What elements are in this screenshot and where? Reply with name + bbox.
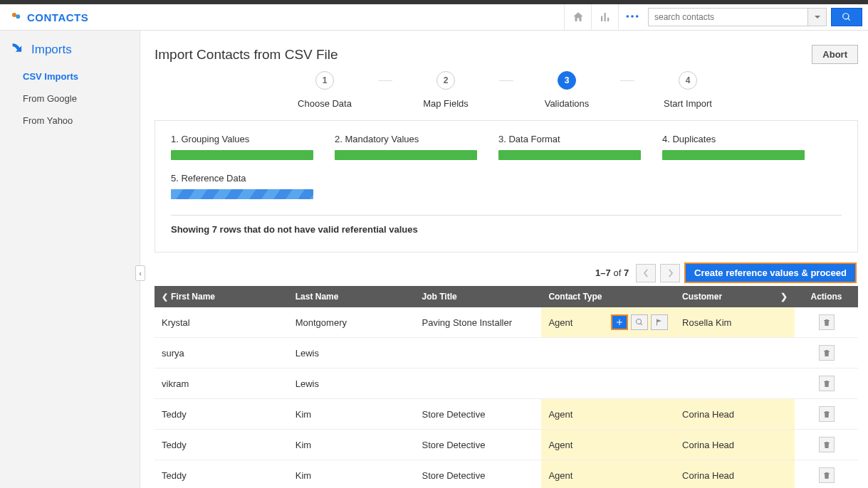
svg-point-1	[16, 14, 20, 18]
table-cell: surya	[155, 338, 288, 368]
column-header[interactable]: ❮First Name	[155, 286, 288, 307]
table-cell	[675, 368, 795, 399]
validation-step-label: 5. Reference Data	[171, 173, 313, 184]
table-cell: Agent	[541, 460, 675, 489]
wizard-steps: 1Choose Data2Map Fields3Validations4Star…	[271, 71, 741, 109]
table-cell	[541, 368, 675, 399]
table-row: suryaLewis	[155, 338, 858, 368]
svg-point-4	[635, 15, 638, 18]
column-header[interactable]: Job Title	[415, 286, 542, 307]
pager-range: 1–7 of 7	[595, 267, 629, 278]
table-cell: Paving Stone Installer	[415, 307, 542, 338]
table-cell	[541, 338, 675, 368]
wizard-step-3[interactable]: 3Validations	[513, 71, 620, 109]
table-cell: Teddy	[155, 399, 288, 430]
lookup-reference-button[interactable]	[631, 314, 648, 330]
app-name: CONTACTS	[27, 11, 88, 23]
wizard-step-label: Start Import	[664, 98, 712, 109]
svg-point-2	[626, 15, 629, 18]
validation-step-label: 1. Grouping Values	[171, 134, 313, 144]
table-cell: Corina Head	[675, 430, 795, 460]
svg-point-3	[631, 15, 634, 18]
main-content: Import Contacts from CSV File Abort 1Cho…	[140, 31, 868, 488]
column-header[interactable]: Customer❯	[675, 286, 795, 307]
contact-type-cell: Agent	[541, 307, 675, 338]
app-logo[interactable]: CONTACTS	[10, 11, 88, 23]
delete-row-button[interactable]	[819, 467, 835, 483]
table-cell: Kim	[288, 430, 415, 460]
wizard-step-number: 1	[315, 71, 334, 90]
delete-row-button[interactable]	[819, 406, 835, 422]
search-scope-dropdown[interactable]	[808, 8, 827, 26]
wizard-step-label: Map Fields	[423, 98, 469, 109]
table-row: TeddyKimStore DetectiveAgentCorina Head	[155, 460, 858, 489]
table-cell	[675, 338, 795, 368]
table-cell: Store Detective	[415, 399, 542, 430]
validation-step: 4. Duplicates	[662, 134, 805, 160]
wizard-step-2[interactable]: 2Map Fields	[392, 71, 499, 109]
table-cell: Rosella Kim	[675, 307, 795, 338]
pager-next[interactable]	[660, 264, 680, 282]
sidebar-title-text: Imports	[31, 43, 72, 57]
table-row: vikramLewis	[155, 368, 858, 399]
table-cell: Corina Head	[675, 399, 795, 430]
wizard-step-number: 2	[436, 71, 455, 90]
delete-row-button[interactable]	[819, 314, 835, 330]
table-cell: Agent	[541, 430, 675, 460]
chevron-right-icon: ❯	[780, 292, 788, 302]
validation-progress-bar	[335, 150, 477, 160]
wizard-step-4[interactable]: 4Start Import	[634, 71, 741, 109]
pager-prev[interactable]	[636, 264, 656, 282]
sidebar-item-from-google[interactable]: From Google	[0, 87, 140, 110]
search-box	[645, 4, 868, 30]
column-header[interactable]: Contact Type	[541, 286, 675, 307]
table-cell: Store Detective	[415, 460, 542, 489]
create-reference-proceed-button[interactable]: Create reference values & proceed	[684, 262, 857, 283]
wizard-step-number: 3	[558, 71, 576, 90]
sidebar-collapse-handle[interactable]: ‹	[135, 265, 145, 281]
app-header: CONTACTS	[0, 4, 868, 31]
column-header[interactable]: Actions	[795, 286, 858, 307]
validation-step: 5. Reference Data	[171, 173, 313, 199]
more-icon[interactable]	[618, 4, 645, 30]
delete-row-button[interactable]	[819, 345, 835, 361]
table-cell: Montgomery	[288, 307, 415, 338]
validation-step: 3. Data Format	[498, 134, 641, 160]
table-row: TeddyKimStore DetectiveAgentCorina Head	[155, 399, 858, 430]
row-actions-cell	[795, 307, 858, 338]
table-cell	[415, 368, 542, 399]
validation-message: Showing 7 rows that do not have valid re…	[171, 224, 842, 235]
home-icon[interactable]	[564, 4, 591, 30]
wizard-step-1[interactable]: 1Choose Data	[271, 71, 378, 109]
table-cell: vikram	[155, 368, 288, 399]
validation-step-label: 4. Duplicates	[662, 134, 805, 144]
table-cell: Krystal	[155, 307, 288, 338]
row-actions-cell	[795, 430, 858, 460]
flag-reference-button[interactable]	[651, 314, 668, 330]
wizard-connector	[378, 80, 392, 81]
sidebar-title: Imports	[0, 42, 140, 63]
row-actions-cell	[795, 460, 858, 489]
wizard-step-label: Choose Data	[298, 98, 352, 109]
search-button[interactable]	[831, 8, 862, 26]
svg-point-0	[12, 13, 16, 17]
search-input[interactable]	[648, 8, 808, 26]
contacts-icon	[10, 11, 23, 23]
validation-progress-bar	[498, 150, 641, 160]
sidebar-item-csv-imports[interactable]: CSV Imports	[0, 65, 140, 87]
wizard-step-label: Validations	[545, 98, 590, 109]
table-controls: 1–7 of 7 Create reference values & proce…	[156, 262, 857, 283]
column-header[interactable]: Last Name	[288, 286, 415, 307]
validation-step: 1. Grouping Values	[171, 134, 313, 160]
delete-row-button[interactable]	[819, 376, 835, 391]
sidebar-item-from-yahoo[interactable]: From Yahoo	[0, 110, 140, 132]
table-cell: Agent	[541, 399, 675, 430]
stats-icon[interactable]	[591, 4, 618, 30]
validation-progress-bar	[171, 150, 313, 160]
add-reference-button[interactable]	[611, 314, 628, 330]
abort-button[interactable]: Abort	[812, 45, 858, 64]
wizard-connector	[620, 80, 634, 81]
table-cell	[415, 338, 542, 368]
validation-rows-table: ❮First NameLast NameJob TitleContact Typ…	[155, 286, 858, 488]
delete-row-button[interactable]	[819, 437, 835, 452]
